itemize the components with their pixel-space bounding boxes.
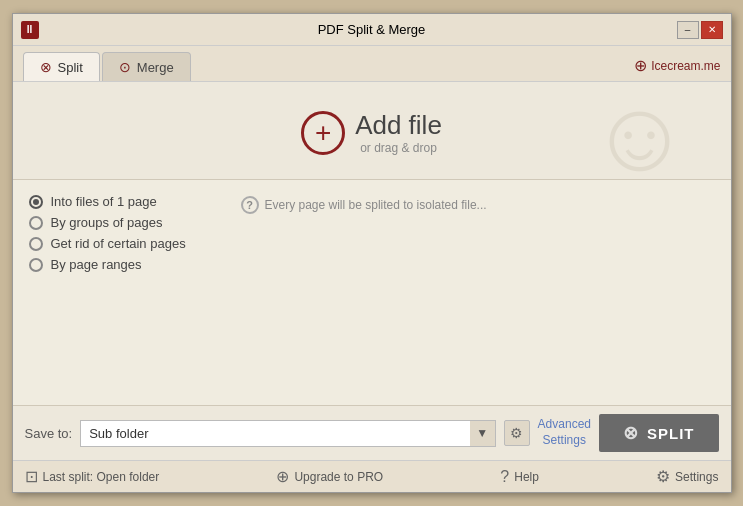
add-icon: + <box>301 111 345 155</box>
radio-into-files[interactable]: Into files of 1 page <box>29 194 229 209</box>
radio-into-files-circle <box>29 195 43 209</box>
save-dropdown-button[interactable]: ▼ <box>470 420 496 447</box>
radio-by-groups-circle <box>29 216 43 230</box>
radio-get-rid-label: Get rid of certain pages <box>51 236 186 251</box>
radio-by-ranges-circle <box>29 258 43 272</box>
save-input[interactable] <box>80 420 495 447</box>
settings-icon: ⚙ <box>656 467 670 486</box>
branding-icon: ⊕ <box>634 56 647 75</box>
radio-by-groups[interactable]: By groups of pages <box>29 215 229 230</box>
branding-label: Icecream.me <box>651 59 720 73</box>
titlebar-controls: – ✕ <box>677 21 723 39</box>
settings-label: Settings <box>543 433 586 447</box>
watermark-icon: ☺ <box>588 82 690 193</box>
tab-split-label: Split <box>58 60 83 75</box>
radio-get-rid-circle <box>29 237 43 251</box>
close-button[interactable]: ✕ <box>701 21 723 39</box>
main-window: II PDF Split & Merge – ✕ ⊗ Split ⊙ Merge… <box>12 13 732 493</box>
add-file-sub: or drag & drop <box>355 141 442 155</box>
radio-options: Into files of 1 page By groups of pages … <box>29 190 229 395</box>
add-file-label: Add file <box>355 110 442 141</box>
titlebar-left: II <box>21 21 39 39</box>
split-button[interactable]: ⊗ SPLIT <box>599 414 719 452</box>
tab-merge[interactable]: ⊙ Merge <box>102 52 191 81</box>
tab-split[interactable]: ⊗ Split <box>23 52 100 81</box>
minimize-button[interactable]: – <box>677 21 699 39</box>
footer-help-label: Help <box>514 470 539 484</box>
folder-icon: ⊡ <box>25 467 38 486</box>
watermark: ☺ <box>588 92 690 179</box>
footer-settings-label: Settings <box>675 470 718 484</box>
options-area: Into files of 1 page By groups of pages … <box>13 180 731 405</box>
tab-merge-label: Merge <box>137 60 174 75</box>
footer-upgrade-label: Upgrade to PRO <box>294 470 383 484</box>
advanced-label: Advanced <box>538 417 591 431</box>
footer-settings[interactable]: ⚙ Settings <box>656 467 718 486</box>
radio-by-groups-label: By groups of pages <box>51 215 163 230</box>
upgrade-icon: ⊕ <box>276 467 289 486</box>
save-input-wrap: ▼ <box>80 420 495 447</box>
titlebar-title: PDF Split & Merge <box>318 22 426 37</box>
footer-upgrade[interactable]: ⊕ Upgrade to PRO <box>276 467 383 486</box>
gear-button[interactable]: ⚙ <box>504 420 530 446</box>
radio-by-ranges[interactable]: By page ranges <box>29 257 229 272</box>
hint-text: Every page will be splited to isolated f… <box>265 194 487 212</box>
split-tab-icon: ⊗ <box>40 59 52 75</box>
save-label: Save to: <box>25 426 73 441</box>
add-file-text: Add file or drag & drop <box>355 110 442 155</box>
hint-icon: ? <box>241 196 259 214</box>
footer-help[interactable]: ? Help <box>500 468 539 486</box>
merge-tab-icon: ⊙ <box>119 59 131 75</box>
footer-last-split-label: Last split: Open folder <box>43 470 160 484</box>
branding[interactable]: ⊕ Icecream.me <box>634 56 720 81</box>
radio-get-rid[interactable]: Get rid of certain pages <box>29 236 229 251</box>
add-file-button[interactable]: + Add file or drag & drop <box>301 110 442 155</box>
help-icon: ? <box>500 468 509 486</box>
tabs-left: ⊗ Split ⊙ Merge <box>23 52 191 81</box>
window-title: PDF Split & Merge <box>318 22 426 37</box>
save-area: Save to: ▼ ⚙ Advanced Settings ⊗ SPLIT <box>13 405 731 460</box>
radio-by-ranges-label: By page ranges <box>51 257 142 272</box>
footer: ⊡ Last split: Open folder ⊕ Upgrade to P… <box>13 460 731 492</box>
titlebar: II PDF Split & Merge – ✕ <box>13 14 731 46</box>
tabs-bar: ⊗ Split ⊙ Merge ⊕ Icecream.me <box>13 46 731 82</box>
radio-into-files-label: Into files of 1 page <box>51 194 157 209</box>
footer-last-split[interactable]: ⊡ Last split: Open folder <box>25 467 160 486</box>
main-content: ☺ + Add file or drag & drop Into files o… <box>13 82 731 460</box>
split-button-label: SPLIT <box>647 425 695 442</box>
app-icon: II <box>21 21 39 39</box>
hint-area: ? Every page will be splited to isolated… <box>229 190 715 395</box>
split-button-icon: ⊗ <box>623 422 639 444</box>
drop-zone[interactable]: ☺ + Add file or drag & drop <box>13 82 731 180</box>
advanced-settings-link[interactable]: Advanced Settings <box>538 417 591 448</box>
